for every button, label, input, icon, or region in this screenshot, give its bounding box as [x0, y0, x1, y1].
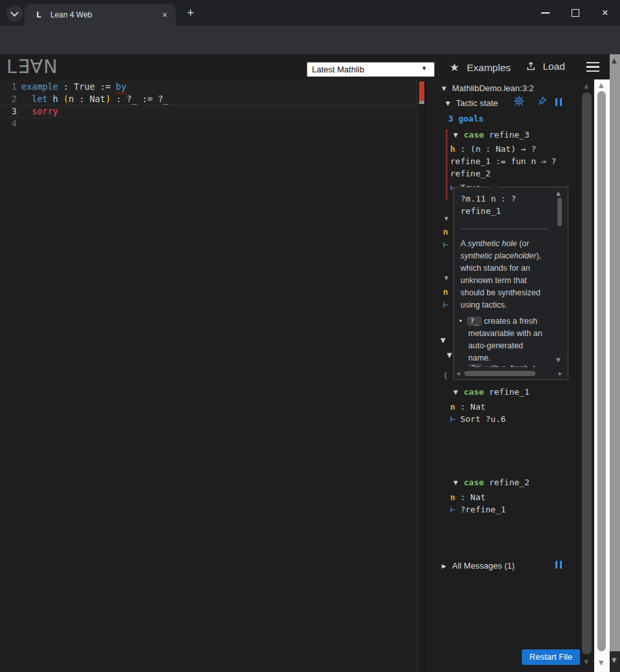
lean-infoview: ▼ MathlibDemo.lean:3:2 ▼ Tactic state 3 … — [426, 79, 580, 672]
select-chevron-icon: ▾ — [422, 64, 426, 72]
goal-line: ⊢ Sort ?u.6 — [450, 413, 506, 425]
hypothesis-line: n : Nat — [450, 491, 486, 503]
code-editor[interactable]: 1 2 3 4 example : True := by let h (n : … — [0, 79, 417, 672]
scroll-down-icon[interactable]: ▼ — [556, 357, 561, 363]
examples-button[interactable]: ★ Examples — [450, 61, 511, 74]
line-number: 1 — [0, 81, 17, 93]
maximize-icon — [572, 9, 579, 17]
collapse-triangle-icon[interactable]: ▼ — [442, 85, 446, 92]
examples-star-icon: ★ — [450, 61, 459, 74]
current-line-highlight — [0, 105, 416, 119]
scroll-right-icon[interactable]: ▸ — [559, 370, 562, 377]
pin-icon[interactable] — [537, 96, 547, 109]
error-marker — [419, 81, 424, 101]
tooltip-text: A synthetic hole (or — [460, 238, 529, 250]
page-scrollbar[interactable]: ▲ ▼ — [594, 79, 610, 672]
collapse-triangle-icon[interactable]: ▼ — [453, 389, 458, 395]
tooltip-code: refine_1 — [460, 205, 501, 217]
lean-logo: L∃∀N — [6, 56, 58, 78]
hypothesis-line: refine_2 — [450, 167, 491, 180]
case-header[interactable]: case refine_1 — [464, 386, 530, 398]
tooltip-text: unknown term that — [460, 275, 527, 287]
infoview-scrollbar[interactable]: ▲ ▼ — [580, 79, 594, 672]
tooltip-text: which stands for an — [460, 262, 530, 275]
tooltip-bullet-text: metavariable with an — [468, 328, 542, 340]
hypothesis-line: refine_1 := fun n ⇒ ? — [450, 155, 556, 167]
goal-line: ⊢ ?refine_1 — [450, 503, 506, 516]
tactic-state-label[interactable]: Tactic state — [456, 97, 498, 109]
code-line: sorry — [21, 105, 58, 118]
window-minimize-button[interactable] — [531, 0, 561, 26]
editor-overview-ruler[interactable] — [417, 79, 426, 672]
scroll-down-icon[interactable]: ▼ — [584, 658, 589, 666]
code-line: example : True := by — [21, 81, 127, 93]
browser-tab[interactable]: L Lean 4 Web × — [25, 4, 176, 26]
tooltip-hscrollbar-thumb[interactable] — [464, 371, 535, 376]
code-chip: ?_ — [467, 317, 481, 326]
collapse-triangle-icon[interactable]: ▼ — [453, 132, 458, 138]
window-scrollbar[interactable]: ▲ ▼ — [610, 54, 620, 672]
examples-label: Examples — [467, 62, 511, 73]
tab-search-button[interactable] — [6, 5, 23, 22]
tooltip-text: using tactics. — [460, 299, 507, 311]
hypothesis-line: n : Nat — [450, 401, 486, 413]
infoview-scrollbar-thumb[interactable] — [582, 92, 592, 655]
tab-title: Lean 4 Web — [50, 10, 92, 19]
case-header[interactable]: case refine_2 — [464, 476, 530, 488]
code-line: let h (n : Nat) : ?_ := ?_ — [21, 93, 169, 105]
pause-icon[interactable] — [555, 560, 564, 571]
tooltip-hscrollbar[interactable]: ◂ ▸ — [454, 369, 566, 378]
window-scrollbar-track-bottom: ▼ — [610, 651, 620, 672]
window-close-button[interactable]: × — [590, 0, 620, 26]
tooltip-arrow — [490, 183, 499, 187]
tooltip-code: ?m.11 n : ? — [460, 193, 516, 205]
tooltip-bullet-text: auto-generated — [468, 340, 523, 352]
scroll-up-icon[interactable]: ▲ — [612, 57, 617, 64]
load-label: Load — [542, 61, 564, 72]
scroll-down-icon[interactable]: ▼ — [599, 659, 604, 666]
upload-icon — [526, 61, 536, 71]
scroll-left-icon[interactable]: ◂ — [457, 370, 460, 377]
case-header[interactable]: case refine_3 — [464, 129, 530, 141]
tooltip-divider — [460, 229, 550, 229]
tooltip-text: synthetic placeholder), — [460, 250, 541, 262]
scroll-up-icon[interactable]: ▲ — [599, 81, 604, 89]
new-tab-button[interactable]: + — [183, 5, 198, 21]
cursor-marker — [419, 101, 424, 104]
hover-tooltip: ?m.11 n : ? refine_1 ▲ ▼ A synthetic hol… — [453, 187, 568, 380]
scroll-up-icon[interactable]: ▲ — [556, 190, 561, 196]
lean-header: L∃∀N Latest Mathlib ▾ ★ Examples Load — [0, 54, 610, 79]
page-scrollbar-thumb[interactable] — [597, 91, 606, 651]
line-number: 2 — [0, 93, 17, 105]
pause-icon[interactable] — [555, 97, 564, 109]
goal-border — [446, 129, 448, 200]
chevron-down-icon — [10, 8, 19, 17]
scroll-down-icon[interactable]: ▼ — [612, 656, 617, 664]
minimize-icon — [541, 12, 550, 14]
browser-toolbar: ← → live.lean-lang.org/#codez=KYDwhgtgDg… — [0, 26, 620, 54]
load-button[interactable]: Load — [526, 61, 565, 72]
lean-favicon-icon: L — [36, 10, 41, 19]
line-number: 4 — [0, 118, 17, 130]
goals-count: 3 goals — [448, 112, 484, 125]
version-select[interactable]: Latest Mathlib ▾ — [307, 62, 435, 77]
tab-close-icon[interactable]: × — [159, 9, 170, 21]
collapse-triangle-icon[interactable]: ▼ — [453, 479, 458, 486]
tooltip-clipped-line: ?m with a fresh t — [468, 362, 552, 367]
hypothesis-line: h : (n : Nat) → ? — [450, 143, 536, 155]
app-window: L Lean 4 Web × + × ← → live.lean-lang.or… — [0, 0, 620, 672]
hamburger-menu-icon[interactable] — [586, 62, 599, 74]
restart-file-button[interactable]: Restart File — [522, 649, 580, 665]
gear-icon[interactable] — [513, 96, 524, 109]
collapse-triangle-icon[interactable]: ▼ — [446, 100, 450, 107]
tooltip-text: should be synthesized — [460, 287, 541, 299]
tooltip-bullet: •?_ creates a fresh — [459, 315, 537, 328]
window-maximize-button[interactable] — [561, 0, 590, 26]
expand-triangle-icon[interactable]: ▶ — [442, 563, 446, 569]
browser-tabstrip: L Lean 4 Web × + × — [0, 0, 620, 26]
line-number-active: 3 — [0, 105, 17, 118]
scroll-up-icon[interactable]: ▲ — [584, 82, 589, 89]
infoview-file-location[interactable]: MathlibDemo.lean:3:2 — [452, 82, 533, 94]
all-messages-label[interactable]: All Messages (1) — [452, 560, 515, 572]
tooltip-vscrollbar-thumb[interactable] — [557, 198, 562, 226]
